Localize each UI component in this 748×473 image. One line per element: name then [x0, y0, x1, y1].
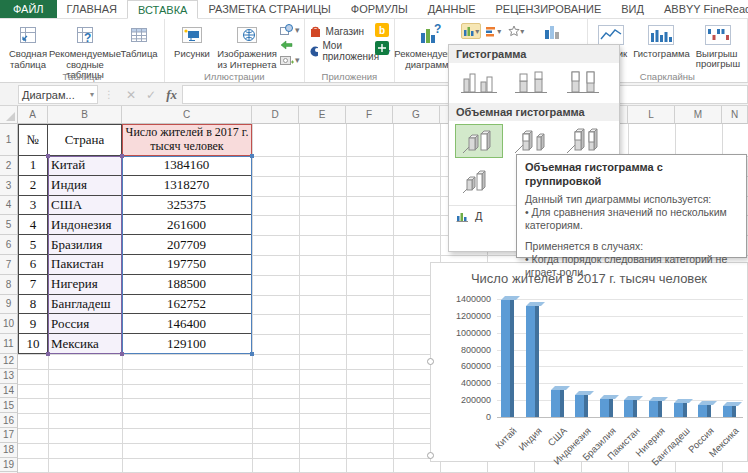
cell-B10[interactable]: Россия — [48, 314, 122, 334]
row-header-19[interactable]: 19 — [0, 458, 18, 473]
insert-radar-chart-button[interactable]: ▾ — [507, 23, 527, 39]
shapes-button[interactable]: ▾ — [279, 23, 300, 36]
cell-B4[interactable]: США — [48, 196, 122, 216]
tab-data[interactable]: ДАННЫЕ — [418, 0, 486, 18]
row-header-17[interactable]: 17 — [0, 428, 18, 443]
chart-resize-handle-bottomleft[interactable] — [427, 452, 434, 459]
row-header-1[interactable]: 1 — [0, 124, 18, 156]
cell-A11[interactable]: 10 — [18, 334, 48, 354]
cell-A7[interactable]: 6 — [18, 255, 48, 275]
cell-B8[interactable]: Нигерия — [48, 275, 122, 295]
row-header-18[interactable]: 18 — [0, 443, 18, 458]
chart-resize-handle-left[interactable] — [427, 358, 434, 365]
online-pictures-button[interactable]: Изображения из Интернета — [215, 21, 279, 71]
insert-function-icon[interactable]: fx — [166, 87, 177, 103]
column-header-M[interactable]: M — [675, 106, 722, 124]
row-header-14[interactable]: 14 — [0, 384, 18, 399]
cell-C4[interactable]: 325375 — [122, 196, 252, 216]
gallery-3d-column[interactable] — [455, 164, 503, 198]
tab-abbyy[interactable]: ABBYY FineReader 12 — [654, 0, 748, 18]
gallery-3d-stacked[interactable] — [507, 124, 555, 158]
pictures-button[interactable]: Рисунки — [169, 21, 215, 61]
table-button[interactable]: Таблица — [118, 21, 160, 61]
cell-B9[interactable]: Бангладеш — [48, 295, 122, 315]
cell-C5[interactable]: 261600 — [122, 215, 252, 235]
column-header-L[interactable]: L — [628, 106, 675, 124]
cell-B1[interactable]: Страна — [48, 124, 122, 156]
column-header-E[interactable]: E — [299, 106, 346, 124]
cell-C2[interactable]: 1384160 — [122, 156, 252, 176]
column-header-C[interactable]: C — [122, 106, 252, 124]
column-header-D[interactable]: D — [252, 106, 299, 124]
insert-column-chart-button[interactable]: ▾ — [461, 23, 481, 39]
name-box[interactable]: Диаграм... ▾ — [18, 85, 98, 104]
row-header-16[interactable]: 16 — [0, 413, 18, 428]
cell-C6[interactable]: 207709 — [122, 235, 252, 255]
cell-A9[interactable]: 8 — [18, 295, 48, 315]
row-header-10[interactable]: 10 — [0, 314, 18, 334]
sparkline-winloss-button[interactable]: Выигрыш проигрыш — [693, 21, 743, 70]
column-header-B[interactable]: B — [48, 106, 122, 124]
row-header-6[interactable]: 6 — [0, 235, 18, 255]
pivot-table-button[interactable]: Сводная таблица — [4, 21, 52, 71]
cell-B2[interactable]: Китай — [48, 156, 122, 176]
cell-C8[interactable]: 188500 — [122, 275, 252, 295]
name-box-dropdown-arrow[interactable]: ▾ — [90, 90, 94, 99]
bing-icon[interactable]: b — [375, 23, 389, 37]
pivot-chart-button[interactable] — [543, 22, 565, 46]
cell-C7[interactable]: 197750 — [122, 255, 252, 275]
sparkline-column-button[interactable]: Гистограмма — [630, 21, 693, 59]
cell-C11[interactable]: 129100 — [122, 334, 252, 354]
formula-bar-splitter[interactable]: ⋮ — [104, 89, 114, 100]
enter-icon[interactable]: ✓ — [146, 88, 156, 102]
cell-A6[interactable]: 5 — [18, 235, 48, 255]
cell-C10[interactable]: 146400 — [122, 314, 252, 334]
cell-B3[interactable]: Индия — [48, 176, 122, 196]
cell-B7[interactable]: Пакистан — [48, 255, 122, 275]
column-header-F[interactable]: F — [346, 106, 393, 124]
cell-A4[interactable]: 3 — [18, 196, 48, 216]
gallery-2d-100stacked[interactable] — [559, 66, 607, 100]
row-header-8[interactable]: 8 — [0, 275, 18, 295]
row-header-3[interactable]: 3 — [0, 176, 18, 196]
cell-B11[interactable]: Мексика — [48, 334, 122, 354]
cancel-icon[interactable]: ✕ — [126, 88, 136, 102]
select-all-corner[interactable] — [0, 106, 18, 124]
tab-review[interactable]: РЕЦЕНЗИРОВАНИЕ — [485, 0, 611, 18]
cell-A8[interactable]: 7 — [18, 275, 48, 295]
row-header-7[interactable]: 7 — [0, 255, 18, 275]
cell-A2[interactable]: 1 — [18, 156, 48, 176]
row-header-15[interactable]: 15 — [0, 398, 18, 413]
gallery-2d-stacked[interactable] — [507, 66, 555, 100]
chart-preview[interactable]: Число жителей в 2017 г. тысяч человек 02… — [430, 262, 748, 462]
tab-view[interactable]: ВИД — [611, 0, 654, 18]
cell-B5[interactable]: Индонезия — [48, 215, 122, 235]
row-header-12[interactable]: 12 — [0, 354, 18, 369]
cell-C3[interactable]: 1318270 — [122, 176, 252, 196]
tab-insert[interactable]: ВСТАВКА — [127, 0, 198, 19]
tab-home[interactable]: ГЛАВНАЯ — [57, 0, 127, 18]
cell-A5[interactable]: 4 — [18, 215, 48, 235]
row-header-11[interactable]: 11 — [0, 334, 18, 354]
apps-grid-icon[interactable] — [375, 41, 389, 55]
screenshot-button[interactable]: ▾ — [279, 53, 300, 66]
cell-A3[interactable]: 2 — [18, 176, 48, 196]
smartart-button[interactable] — [279, 38, 300, 51]
column-header-A[interactable]: A — [18, 106, 48, 124]
cell-C1[interactable]: Число жителей в 2017 г. тысяч человек — [122, 124, 252, 156]
cell-B6[interactable]: Бразилия — [48, 235, 122, 255]
row-header-4[interactable]: 4 — [0, 196, 18, 216]
row-header-2[interactable]: 2 — [0, 156, 18, 176]
gallery-2d-clustered[interactable] — [455, 66, 503, 100]
column-header-N[interactable]: N — [722, 106, 748, 124]
tab-file[interactable]: ФАЙЛ — [0, 0, 57, 18]
row-header-9[interactable]: 9 — [0, 295, 18, 315]
tab-formulas[interactable]: ФОРМУЛЫ — [341, 0, 418, 18]
row-header-5[interactable]: 5 — [0, 215, 18, 235]
cell-C9[interactable]: 162752 — [122, 295, 252, 315]
cell-A1[interactable]: № — [18, 124, 48, 156]
row-header-13[interactable]: 13 — [0, 369, 18, 384]
store-button[interactable]: Магазин — [309, 23, 365, 39]
cell-A10[interactable]: 9 — [18, 314, 48, 334]
tab-page-layout[interactable]: РАЗМЕТКА СТРАНИЦЫ — [198, 0, 340, 18]
